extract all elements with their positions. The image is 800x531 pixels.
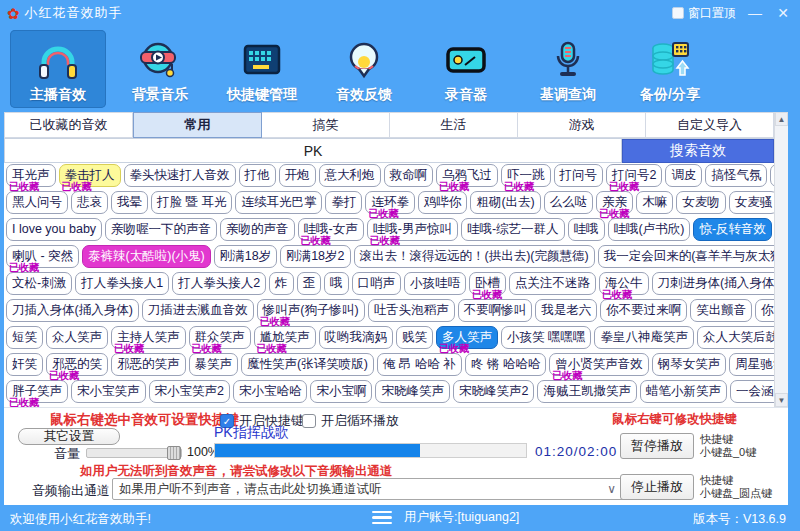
sound-button[interactable]: 亲吻的声音 [220,218,295,241]
sound-button[interactable]: 打问号 [554,164,604,187]
sound-button[interactable]: 打人拳头接人2 [172,272,266,295]
sound-button[interactable]: 开炮 [279,164,316,187]
sound-button[interactable]: 蜡笔小新笑声 [640,380,727,403]
sound-button[interactable]: 打脸 暨 耳光 [151,191,232,214]
sound-button[interactable]: 宋晓峰笑声2 [453,380,534,403]
sound-button[interactable]: 拳头快速打人音效 [124,164,236,187]
sound-button[interactable]: 炸 [269,272,294,295]
sound-button[interactable]: 滚出去！滚得远远的！(拱出去)(完颜慧德) [354,245,595,268]
sound-button[interactable]: 你别笑 [755,299,776,322]
search-button[interactable]: 搜索音效 [622,139,774,163]
sound-button[interactable]: 哦 [324,272,349,295]
stop-button[interactable]: 停止播放 [620,474,694,500]
sound-button[interactable]: 拳打 [325,191,362,214]
sound-button[interactable]: 拳皇八神庵笑声 [594,326,694,349]
sound-button[interactable]: 搞怪气氛 [705,164,767,187]
minimize-button[interactable]: — [746,5,764,21]
sound-button[interactable]: 一会涵 哈哈哈 [730,380,776,403]
sound-button[interactable]: 哇哦-女声已收藏 [298,218,364,241]
sound-button[interactable]: 耳光声已收藏 [6,164,56,187]
sound-button[interactable]: 哇哦 [568,218,605,241]
pin-checkbox-box[interactable] [672,7,684,19]
scroll-down-icon[interactable]: ▼ [775,393,788,407]
sound-button[interactable]: 连环拳已收藏 [365,191,415,214]
sound-button[interactable]: 调皮 [665,164,702,187]
sound-button[interactable]: 拳击打人已收藏 [59,164,121,187]
sound-button[interactable]: 口哨声 [352,272,402,295]
sound-button[interactable]: 刀插进去溅血音效 [142,299,254,322]
sound-button[interactable]: 魔性笑声(张译笑喷版) [241,353,374,376]
sound-button[interactable]: 刀刺进身体(捅入身体) [652,272,776,295]
loop-play-checkbox[interactable]: 开启循环播放 [302,412,399,430]
tab-自定义导入[interactable]: 自定义导入 [646,112,774,138]
sound-button[interactable]: 鸡哔你 [418,191,468,214]
toolbar-item-recorder[interactable]: 录音器 [418,30,514,108]
close-button[interactable]: ✕ [774,5,792,21]
volume-slider[interactable] [86,448,182,458]
sound-button[interactable]: 刚满18岁 [214,245,277,268]
tab-常用[interactable]: 常用 [133,112,262,138]
loop-play-checkbox-box[interactable] [302,414,316,428]
sound-button[interactable]: 文松-刺激 [6,272,72,295]
sound-button[interactable]: I love you baby [6,218,102,241]
toolbar-item-keyboard[interactable]: 快捷键管理 [214,30,310,108]
sound-button[interactable]: 吐舌头泡稻声 [368,299,455,322]
sound-button[interactable]: 海贼王凯撒笑声 [537,380,637,403]
sound-button[interactable]: 宋小宝啊 [310,380,372,403]
scroll-up-icon[interactable]: ▲ [775,112,788,126]
sound-button[interactable]: 黑人问号 [6,191,68,214]
sound-button[interactable]: 哇哦-综艺一群人 [461,218,565,241]
sound-button[interactable]: 宋小宝哈哈 [233,380,308,403]
toolbar-item-feedback[interactable]: 音效反馈 [316,30,412,108]
sound-button[interactable]: 女麦吻 [676,191,726,214]
volume-slider-thumb[interactable] [167,446,181,460]
toolbar-item-backup-share[interactable]: 备份/分享 [622,30,718,108]
search-input[interactable] [4,139,622,163]
sound-button[interactable]: 打人拳头接人1 [75,272,169,295]
sound-button[interactable]: 哇哦-男声惊叫已收藏 [367,218,458,241]
sound-button[interactable]: 多人笑声已收藏 [436,326,498,349]
sound-button[interactable]: 奸笑 [6,353,43,376]
playback-progress-bar[interactable] [214,443,527,458]
menu-icon[interactable] [372,511,392,525]
sound-button[interactable]: 笑出颤音 [690,299,752,322]
sound-button[interactable]: 刚满18岁2 [280,245,350,268]
sound-button[interactable]: 群众笑声已收藏 [189,326,251,349]
sound-button[interactable]: 主持人笑声已收藏 [111,326,186,349]
sound-button[interactable]: 邪恶的笑声 [111,353,186,376]
sound-button[interactable]: 女麦骚 [729,191,776,214]
tab-搞笑[interactable]: 搞笑 [262,112,390,138]
sound-button[interactable]: 木嘛 [636,191,673,214]
pin-window-checkbox[interactable]: 窗口置顶 [672,5,736,22]
tab-游戏[interactable]: 游戏 [518,112,646,138]
sound-button[interactable]: 宋小宝笑声 [71,380,146,403]
sound-button[interactable]: 刀插入身体(捅入身体) [6,299,139,322]
sound-button[interactable]: 歪 [297,272,322,295]
sound-button[interactable]: 贱笑 [396,326,433,349]
sound-button[interactable]: 吓一跳已收藏 [501,164,551,187]
sound-button[interactable]: 乌鸦飞过已收藏 [436,164,498,187]
sound-button[interactable]: 亲亲已收藏 [596,191,633,214]
sound-button[interactable]: 邪恶的笑已收藏 [46,353,108,376]
sound-button[interactable]: 悲哀 [71,191,108,214]
sound-button[interactable]: 咚 锵 哈哈哈 [465,353,546,376]
sound-button[interactable]: 不要啊惨叫 [458,299,533,322]
sound-button[interactable]: 小孩笑 嘿嘿嘿 [501,326,591,349]
sound-button[interactable]: 我晕 [111,191,148,214]
sound-button[interactable]: 暴笑声 [189,353,239,376]
sound-button[interactable]: 卧槽已收藏 [469,272,506,295]
sound-button[interactable]: 我一定会回来的(喜羊羊与灰太狼) [598,245,776,268]
sound-button[interactable]: 救命啊 [384,164,434,187]
tab-已收藏的音效[interactable]: 已收藏的音效 [4,112,133,138]
sound-button[interactable]: 曾小贤笑声音效已收藏 [549,353,649,376]
tab-生活[interactable]: 生活 [390,112,518,138]
toolbar-item-headphones[interactable]: 主播音效 [10,30,106,108]
sound-button[interactable]: 胖子笑声已收藏 [6,380,68,403]
pause-button[interactable]: 暂停播放 [620,433,694,459]
sound-button[interactable]: 钢琴女笑声 [652,353,727,376]
sound-button[interactable]: 喇叭 - 突然已收藏 [6,245,79,268]
toolbar-item-microphone[interactable]: 基调查询 [520,30,616,108]
sound-button[interactable]: 宋小宝笑声2 [149,380,230,403]
sound-button[interactable]: 你不要过来啊 [600,299,687,322]
sound-button[interactable]: 海公牛已收藏 [599,272,649,295]
